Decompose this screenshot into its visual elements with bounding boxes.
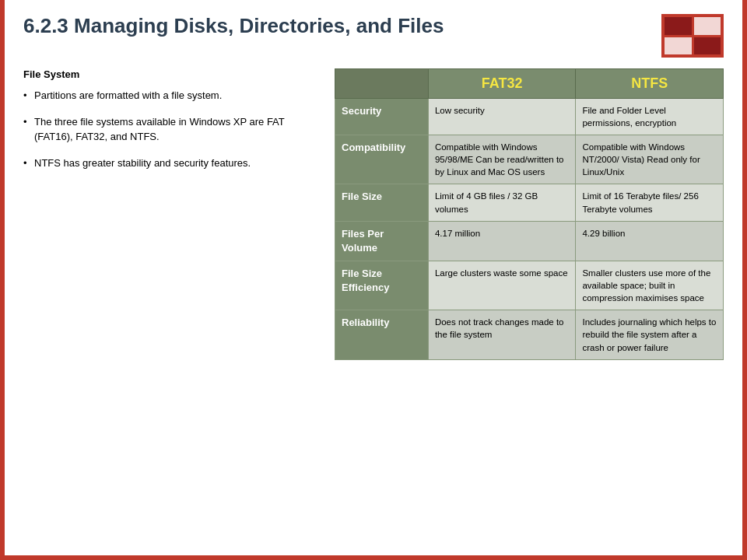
ntfs-cell: Includes journaling which helps to rebui… [576,310,724,359]
border-right [742,0,747,560]
logo-cell-4 [694,37,721,55]
bullet-item-2: The three file systems available in Wind… [23,114,319,145]
ntfs-cell: File and Folder Level permissions, encry… [576,99,724,135]
table-row: ReliabilityDoes not track changes made t… [335,310,724,359]
fat32-cell: Limit of 4 GB files / 32 GB volumes [428,184,576,221]
bullet-list: Partitions are formatted with a file sys… [23,88,319,170]
ntfs-cell: Smaller clusters use more of the availab… [576,261,724,310]
table-row: SecurityLow securityFile and Folder Leve… [335,99,724,135]
row-label: Compatibility [335,135,429,184]
row-label: Files Per Volume [335,221,429,261]
table-header-label [335,69,429,99]
table-row: CompatibilityCompatible with Windows 95/… [335,135,724,184]
table-row: File SizeLimit of 4 GB files / 32 GB vol… [335,184,724,221]
left-panel: File System Partitions are formatted wit… [23,68,319,181]
fat32-cell: Large clusters waste some space [428,261,576,310]
fat32-cell: Low security [428,99,576,135]
page-content: 6.2.3 Managing Disks, Directories, and F… [5,0,742,555]
border-bottom [0,555,747,560]
section-title: File System [23,68,319,80]
table-row: Files Per Volume4.17 million4.29 billion [335,221,724,261]
table-header-fat32: FAT32 [428,69,576,99]
ntfs-cell: Compatible with Windows NT/2000/ Vista) … [576,135,724,184]
fat32-cell: 4.17 million [428,221,576,261]
fat32-cell: Does not track changes made to the file … [428,310,576,359]
row-label: File Size Efficiency [335,261,429,310]
logo-block [661,14,724,58]
bullet-item-1: Partitions are formatted with a file sys… [23,88,319,103]
page-title: 6.2.3 Managing Disks, Directories, and F… [23,14,661,38]
row-label: Reliability [335,310,429,359]
fat32-cell: Compatible with Windows 95/98/ME Can be … [428,135,576,184]
logo-cell-1 [665,17,692,35]
row-label: File Size [335,184,429,221]
row-label: Security [335,99,429,135]
ntfs-cell: 4.29 billion [576,221,724,261]
table-header-ntfs: NTFS [576,69,724,99]
ntfs-cell: Limit of 16 Terabyte files/ 256 Terabyte… [576,184,724,221]
main-layout: File System Partitions are formatted wit… [23,68,724,360]
title-area: 6.2.3 Managing Disks, Directories, and F… [23,14,724,58]
right-panel: FAT32 NTFS SecurityLow securityFile and … [335,68,724,360]
logo-cell-3 [665,37,692,55]
logo-cell-2 [694,17,721,35]
bullet-item-3: NTFS has greater stability and security … [23,156,319,171]
table-row: File Size EfficiencyLarge clusters waste… [335,261,724,310]
comparison-table: FAT32 NTFS SecurityLow securityFile and … [335,68,724,360]
